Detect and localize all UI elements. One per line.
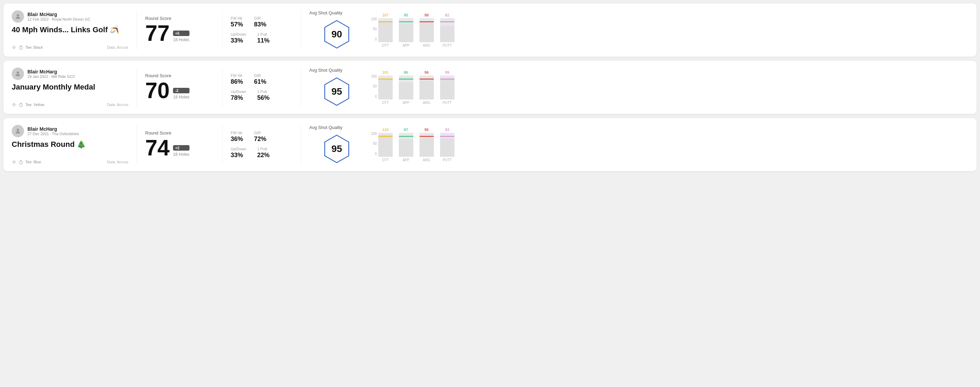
- left-section: Blair McHarg 12 Feb 2022 · Royal North D…: [12, 10, 128, 50]
- bar-value: 93: [445, 128, 449, 132]
- tee-label: Tee: Black: [25, 45, 43, 49]
- gir-value: 83%: [254, 21, 266, 28]
- bar-value: 110: [382, 128, 388, 132]
- score-section: Round Score 77 +5 18 Holes: [145, 10, 214, 50]
- bar-value: 101: [382, 70, 388, 75]
- bar-indicator: [420, 21, 434, 22]
- round-card: Blair McHarg 27 Dec 2021 · The Oxfordshi…: [3, 118, 977, 171]
- hexagon: 95: [321, 133, 352, 164]
- bar-label: ARG: [423, 101, 430, 105]
- bar-value: 95: [425, 128, 429, 132]
- divider: [301, 125, 301, 164]
- oneputt-stat: 1 Putt 11%: [257, 32, 269, 44]
- quality-label: Avg Shot Quality: [309, 10, 342, 16]
- bar-indicator: [399, 136, 413, 137]
- bar-value: 96: [425, 70, 429, 75]
- divider: [301, 68, 301, 107]
- svg-rect-6: [20, 104, 22, 107]
- bar-col: 82 PUTT: [440, 13, 455, 48]
- bar-fill: [420, 80, 434, 100]
- bar-label: PUTT: [443, 158, 452, 162]
- bar-fill: [420, 23, 434, 42]
- bar-label: PUTT: [443, 101, 452, 105]
- bar-col: 86 APP: [399, 70, 413, 105]
- svg-point-9: [13, 161, 15, 163]
- score-row: 74 +2 18 Holes: [145, 137, 214, 159]
- bar-fill: [378, 21, 393, 42]
- round-title: January Monthly Medal: [12, 82, 128, 92]
- bar-col: 110 OTT: [378, 128, 393, 162]
- score-badge: +5: [173, 30, 189, 36]
- fw-hit-value: 36%: [231, 135, 243, 143]
- chart-section: 100 50 0 101 OTT 86 APP: [364, 68, 968, 107]
- fw-hit-label: FW Hit: [231, 131, 243, 135]
- stats-row-1: FW Hit 86% GIR 61%: [231, 73, 293, 86]
- svg-point-8: [17, 128, 19, 131]
- round-card: Blair McHarg 12 Feb 2022 · Royal North D…: [3, 3, 977, 57]
- quality-score-value: 95: [331, 143, 342, 154]
- updown-stat: Up/Down 33%: [231, 32, 246, 44]
- bar-label: OTT: [382, 158, 389, 162]
- stats-row-2: Up/Down 78% 1 Putt 56%: [231, 90, 293, 102]
- bar-label: ARG: [423, 44, 430, 48]
- bar-value: 87: [404, 128, 408, 132]
- weather-icon: [12, 160, 16, 164]
- avatar: [12, 125, 24, 137]
- date-course: 12 Feb 2022 · Royal North Devon GC: [27, 17, 90, 21]
- gir-label: GIR: [254, 16, 266, 20]
- tee-info: Tee: Yellow: [12, 102, 44, 107]
- round-title: Christmas Round 🎄: [12, 140, 128, 149]
- divider: [222, 10, 223, 50]
- bar-value: 98: [425, 13, 429, 17]
- bar-value: 99: [445, 70, 449, 75]
- score-badge-col: -2 18 Holes: [173, 88, 189, 102]
- quality-label: Avg Shot Quality: [309, 68, 342, 73]
- hexagon: 90: [321, 19, 352, 50]
- oneputt-stat: 1 Putt 56%: [257, 90, 269, 102]
- quality-label: Avg Shot Quality: [309, 125, 342, 130]
- hexagon: 95: [321, 76, 352, 107]
- fw-hit-stat: FW Hit 86%: [231, 73, 243, 86]
- updown-label: Up/Down: [231, 32, 246, 36]
- bar-value: 86: [404, 70, 408, 75]
- bar-value: 95: [404, 13, 408, 17]
- bar-indicator: [399, 79, 413, 79]
- score-badge-col: +5 18 Holes: [173, 30, 189, 44]
- bar-col: 101 OTT: [378, 70, 393, 105]
- quality-score-value: 95: [331, 86, 342, 97]
- svg-point-1: [13, 46, 15, 48]
- updown-value: 33%: [231, 152, 246, 159]
- round-score-label: Round Score: [145, 16, 214, 21]
- gir-stat: GIR 61%: [254, 73, 266, 86]
- bar-indicator: [420, 79, 434, 79]
- left-section: Blair McHarg 29 Jan 2022 · Mill Ride GCC…: [12, 68, 128, 107]
- divider: [222, 68, 223, 107]
- score-row: 70 -2 18 Holes: [145, 79, 214, 102]
- tee-label: Tee: Blue: [25, 160, 41, 164]
- svg-rect-10: [20, 161, 22, 164]
- quality-section: Avg Shot Quality 95: [309, 68, 364, 107]
- oneputt-stat: 1 Putt 22%: [257, 147, 269, 159]
- round-score-label: Round Score: [145, 130, 214, 135]
- bar-label: OTT: [382, 101, 389, 105]
- oneputt-label: 1 Putt: [257, 32, 269, 36]
- svg-point-5: [13, 104, 15, 106]
- fw-hit-label: FW Hit: [231, 73, 243, 78]
- bar-label: ARG: [423, 158, 430, 162]
- oneputt-value: 22%: [257, 152, 269, 159]
- score-badge: +2: [173, 145, 189, 151]
- user-info: Blair McHarg 12 Feb 2022 · Royal North D…: [27, 12, 90, 21]
- bar-label: APP: [402, 44, 409, 48]
- footer-row: Tee: Blue Data: Arccos: [12, 160, 128, 164]
- round-title: 40 Mph Winds... Links Golf 🪃: [12, 25, 128, 34]
- bar-col: 98 ARG: [420, 13, 434, 48]
- footer-row: Tee: Yellow Data: Arccos: [12, 102, 128, 107]
- user-row: Blair McHarg 29 Jan 2022 · Mill Ride GCC: [12, 68, 128, 80]
- bar-label: APP: [402, 158, 409, 162]
- bar-fill: [420, 138, 434, 157]
- bar-indicator: [420, 136, 434, 137]
- bar-value: 107: [382, 13, 388, 17]
- data-source: Data: Arccos: [107, 160, 128, 164]
- gir-stat: GIR 72%: [254, 131, 266, 143]
- fw-hit-stat: FW Hit 57%: [231, 16, 243, 28]
